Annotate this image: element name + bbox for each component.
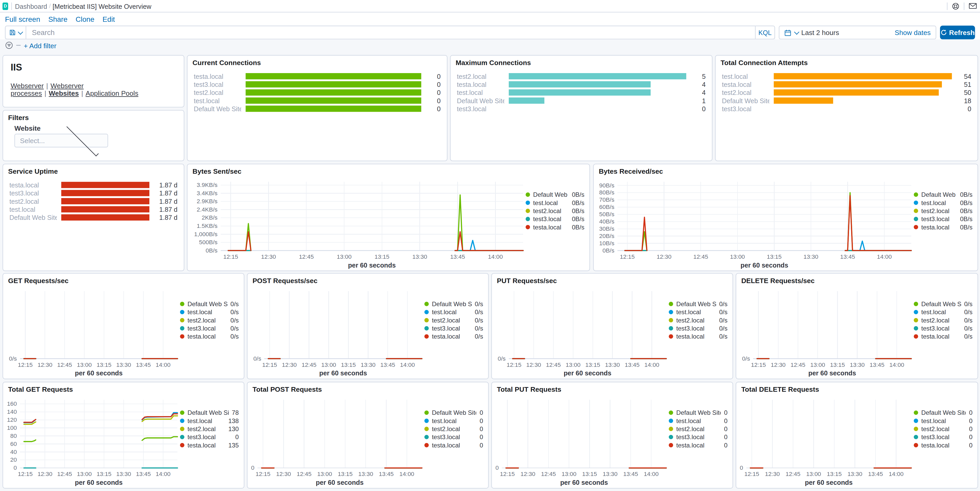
- legend-item[interactable]: Default Web Site0/s: [424, 301, 483, 306]
- legend-item[interactable]: Default Web Site0B/s: [526, 192, 584, 197]
- legend-item[interactable]: testa.local0B/s: [526, 224, 584, 229]
- plot-area[interactable]: 0/s12:1512:3012:4513:0013:1513:3013:4514…: [493, 285, 669, 377]
- legend-item[interactable]: testa.local0/s: [669, 334, 728, 338]
- plot-area[interactable]: 0/s12:1512:3012:4513:0013:1513:3013:4514…: [5, 285, 180, 377]
- legend-item[interactable]: test3.local0: [424, 434, 483, 439]
- bar-track[interactable]: [774, 97, 952, 103]
- help-icon[interactable]: [951, 1, 961, 11]
- legend-item[interactable]: testa.local0: [669, 442, 728, 447]
- website-select[interactable]: Select...: [14, 134, 108, 148]
- legend-item[interactable]: Default Web Site0/s: [669, 301, 728, 306]
- bar-track[interactable]: [61, 214, 150, 220]
- bar-track[interactable]: [509, 81, 686, 87]
- bar-track[interactable]: [61, 198, 150, 204]
- legend-item[interactable]: test.local0: [914, 418, 973, 423]
- plot-area[interactable]: 012:1512:3012:4513:0013:1513:3013:4514:0…: [738, 394, 914, 486]
- legend-item[interactable]: test3.local0/s: [914, 326, 973, 331]
- legend-item[interactable]: test.local0/s: [424, 309, 483, 314]
- legend-item[interactable]: test3.local0/s: [424, 326, 483, 331]
- legend-item[interactable]: Default Web Site78: [180, 410, 239, 415]
- bar-track[interactable]: [246, 97, 421, 103]
- plot-area[interactable]: 02040608010012014016012:1512:3012:4513:0…: [5, 394, 180, 486]
- search-input[interactable]: Search: [26, 29, 755, 36]
- legend-item[interactable]: test3.local0B/s: [526, 216, 584, 221]
- legend-item[interactable]: test3.local0/s: [669, 326, 728, 331]
- filter-icon[interactable]: [5, 41, 13, 49]
- edit-link[interactable]: Edit: [102, 15, 115, 23]
- legend-item[interactable]: testa.local0/s: [914, 334, 973, 338]
- legend-item[interactable]: Default Web Site0B/s: [914, 192, 973, 197]
- time-range-value[interactable]: Last 2 hours: [801, 29, 839, 36]
- bar-track[interactable]: [509, 97, 686, 103]
- legend-item[interactable]: testa.local0/s: [424, 334, 483, 338]
- legend-item[interactable]: testa.local0B/s: [914, 224, 973, 229]
- iis-link-application-pools[interactable]: Application Pools: [86, 89, 138, 97]
- saved-query-button[interactable]: [6, 26, 27, 39]
- date-picker[interactable]: Last 2 hours Show dates: [779, 25, 936, 40]
- clone-link[interactable]: Clone: [75, 15, 94, 23]
- legend-item[interactable]: test3.local0: [180, 434, 239, 439]
- legend-item[interactable]: Default Web Site0: [914, 410, 973, 415]
- breadcrumb[interactable]: Dashboard: [15, 2, 47, 10]
- legend-item[interactable]: testa.local0: [914, 442, 973, 447]
- kibana-logo[interactable]: D: [3, 2, 8, 10]
- legend-item[interactable]: test2.local0: [669, 426, 728, 431]
- legend-item[interactable]: Default Web Site0/s: [180, 301, 239, 306]
- plot-area[interactable]: 0B/s500B/s1,000B/s1.5KB/s2KB/s2.4KB/s2.9…: [189, 175, 526, 269]
- legend-item[interactable]: test2.local0/s: [180, 317, 239, 322]
- bar-track[interactable]: [246, 89, 421, 95]
- bar-track[interactable]: [509, 105, 686, 111]
- legend-item[interactable]: test2.local0B/s: [526, 208, 584, 213]
- bar-track[interactable]: [774, 81, 952, 87]
- legend-item[interactable]: Default Web Site0: [424, 410, 483, 415]
- show-dates-link[interactable]: Show dates: [895, 29, 931, 36]
- refresh-button[interactable]: Refresh: [940, 25, 975, 40]
- legend-item[interactable]: test.local0B/s: [914, 200, 973, 205]
- share-link[interactable]: Share: [48, 15, 67, 23]
- legend-item[interactable]: test2.local130: [180, 426, 239, 431]
- legend-item[interactable]: Default Web Site0/s: [914, 301, 973, 306]
- legend-item[interactable]: test.local0: [424, 418, 483, 423]
- add-filter-button[interactable]: + Add filter: [24, 41, 57, 49]
- bar-track[interactable]: [246, 105, 421, 111]
- legend-item[interactable]: test3.local0/s: [180, 326, 239, 331]
- legend-item[interactable]: test.local138: [180, 418, 239, 423]
- bar-track[interactable]: [774, 89, 952, 95]
- iis-link-websites[interactable]: Websites: [49, 89, 79, 97]
- bar-track[interactable]: [61, 189, 150, 196]
- legend-item[interactable]: test2.local0/s: [669, 317, 728, 322]
- iis-link-webserver[interactable]: Webserver: [11, 82, 44, 89]
- legend-item[interactable]: Default Web Site0: [669, 410, 728, 415]
- bar-track[interactable]: [61, 181, 150, 188]
- legend-item[interactable]: test.local0: [669, 418, 728, 423]
- plot-area[interactable]: 0B/s10B/s20B/s30B/s40B/s50B/s60B/s70B/s8…: [595, 175, 913, 269]
- legend-item[interactable]: test3.local0: [914, 434, 973, 439]
- legend-item[interactable]: test2.local0/s: [914, 317, 973, 322]
- legend-item[interactable]: testa.local0: [424, 442, 483, 447]
- bar-track[interactable]: [509, 89, 686, 95]
- legend-item[interactable]: test3.local0: [669, 434, 728, 439]
- legend-item[interactable]: testa.local0/s: [180, 334, 239, 338]
- plot-area[interactable]: 012:1512:3012:4513:0013:1513:3013:4514:0…: [493, 394, 669, 486]
- legend-item[interactable]: test.local0B/s: [526, 200, 584, 205]
- legend-item[interactable]: test.local0/s: [914, 309, 973, 314]
- mail-icon[interactable]: [967, 1, 978, 11]
- bar-track[interactable]: [246, 73, 421, 79]
- kql-button[interactable]: KQL: [755, 26, 774, 39]
- bar-track[interactable]: [774, 105, 952, 111]
- legend-item[interactable]: test2.local0B/s: [914, 208, 973, 213]
- legend-item[interactable]: test.local0/s: [669, 309, 728, 314]
- full-screen-link[interactable]: Full screen: [5, 15, 40, 23]
- plot-area[interactable]: 012:1512:3012:4513:0013:1513:3013:4514:0…: [249, 394, 424, 486]
- bar-track[interactable]: [509, 73, 686, 79]
- legend-item[interactable]: test2.local0/s: [424, 317, 483, 322]
- legend-item[interactable]: test3.local0B/s: [914, 216, 973, 221]
- legend-item[interactable]: testa.local135: [180, 442, 239, 447]
- plot-area[interactable]: 0/s12:1512:3012:4513:0013:1513:3013:4514…: [738, 285, 914, 377]
- bar-track[interactable]: [774, 73, 952, 79]
- plot-area[interactable]: 0/s12:1512:3012:4513:0013:1513:3013:4514…: [249, 285, 424, 377]
- bar-track[interactable]: [246, 81, 421, 87]
- legend-item[interactable]: test.local0/s: [180, 309, 239, 314]
- legend-item[interactable]: test2.local0: [424, 426, 483, 431]
- bar-track[interactable]: [61, 206, 150, 212]
